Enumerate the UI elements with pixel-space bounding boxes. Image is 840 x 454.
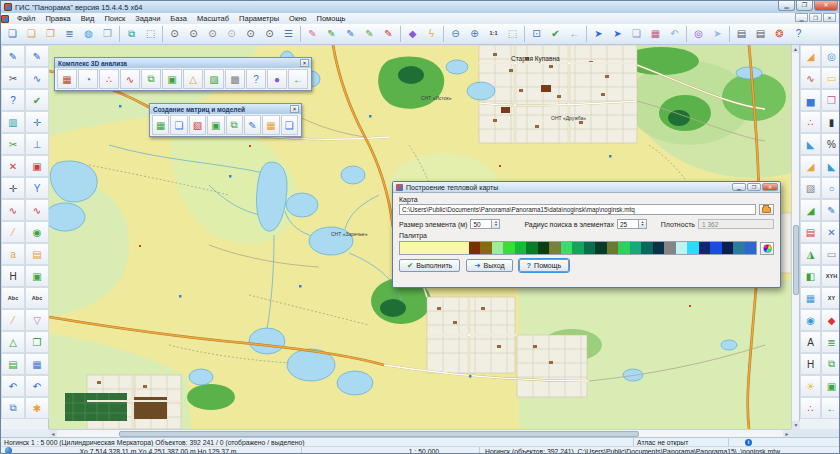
exit-task-button[interactable]: ← [821, 397, 840, 419]
route-3d-button[interactable]: ✎ [821, 199, 840, 221]
dialog-close-button[interactable]: ✕ [762, 183, 778, 191]
menu-7[interactable]: Параметры [234, 14, 284, 23]
rotate-doc-button[interactable]: ◔ [78, 69, 98, 89]
select-surface-button[interactable]: ▨ [800, 177, 821, 199]
dialog-title-bar[interactable]: Построение тепловой карты ▁ ❐ ✕ [393, 182, 780, 193]
edit-curve-button[interactable]: ∿ [25, 67, 49, 89]
highlight-a-button[interactable]: a [1, 243, 25, 265]
palette-swatch[interactable] [503, 242, 514, 254]
menu-2[interactable]: Вид [76, 14, 100, 23]
matrix-green-button[interactable]: ▣ [207, 115, 224, 135]
map-composition-button[interactable]: ⬚ [141, 25, 160, 43]
search-button[interactable]: ⊙ [165, 25, 184, 43]
menu-0[interactable]: Файл [12, 14, 40, 23]
lens-view-button[interactable]: ◎ [821, 45, 840, 67]
palette-swatch[interactable] [515, 242, 526, 254]
cursor-select-button[interactable]: ➤ [708, 25, 727, 43]
menu-9[interactable]: Помощь [312, 14, 351, 23]
radius-stepper[interactable]: 25 ▲▼ [617, 219, 647, 229]
terrain-steps-button[interactable]: ≣ [821, 331, 840, 353]
palette-swatch[interactable] [745, 242, 756, 254]
palette-swatch[interactable] [687, 242, 698, 254]
mtw-doc-button[interactable]: ❏ [281, 115, 298, 135]
map-to-3d-button[interactable]: ▣ [162, 69, 182, 89]
profile-terrain-button[interactable]: ◢ [800, 45, 821, 67]
xy-frame-button[interactable]: XY [821, 287, 840, 309]
map-layers-button[interactable]: ⧉ [122, 25, 141, 43]
frames-copy-button[interactable]: ❐ [821, 89, 840, 111]
layers-3d-button[interactable]: ⧉ [141, 69, 161, 89]
spin-down-icon[interactable]: ▼ [494, 224, 497, 228]
texture-doc-button[interactable]: ▨ [204, 69, 224, 89]
mdi-minimize-button[interactable]: ▁ [795, 13, 808, 22]
mdi-restore-button[interactable]: ❐ [809, 13, 822, 22]
view-3d-button[interactable]: ◆ [403, 25, 422, 43]
palette-swatch[interactable] [710, 242, 721, 254]
edit-delete-button[interactable]: ✎ [379, 25, 398, 43]
flashlight-search-button[interactable]: ⁄ [1, 309, 25, 331]
cut-line-button[interactable]: ✂ [1, 67, 25, 89]
copy-map-button[interactable]: ❐ [98, 25, 117, 43]
lens-map-button[interactable]: ◉ [800, 309, 821, 331]
refresh-cell[interactable] [1, 447, 15, 454]
percent-matrix-button[interactable]: % [821, 133, 840, 155]
delete-object-button[interactable]: ✕ [1, 155, 25, 177]
edit-object-button[interactable]: ✎ [303, 25, 322, 43]
close-icon[interactable]: ✕ [300, 59, 309, 67]
angle-surface-button[interactable]: ◣ [821, 155, 840, 177]
edit-check-button[interactable]: ✔ [25, 89, 49, 111]
object-list-button[interactable]: ☰ [279, 25, 298, 43]
area-chart-button[interactable]: ◣ [800, 133, 821, 155]
palette-swatch[interactable] [549, 242, 560, 254]
palette-swatch[interactable] [722, 242, 733, 254]
move-frame-button[interactable]: ⊡ [527, 25, 546, 43]
geolocation-pin-button[interactable]: ◎ [689, 25, 708, 43]
center-point-button[interactable]: ✛ [1, 177, 25, 199]
palette-swatch[interactable] [400, 242, 469, 254]
palette-swatch[interactable] [699, 242, 710, 254]
profile-chart-button[interactable]: ∿ [120, 69, 140, 89]
group-objects-button[interactable]: △ [1, 331, 25, 353]
map-fragment-button[interactable]: ▣ [821, 375, 840, 397]
dialog-maximize-button[interactable]: ❐ [747, 183, 761, 191]
move-object-button[interactable]: ✛ [25, 111, 49, 133]
highlight-select-button[interactable]: ▤ [25, 243, 49, 265]
move-fragment-button[interactable]: ▣ [25, 265, 49, 287]
network-graph-button[interactable]: ✕ [821, 221, 840, 243]
scatter-points-button[interactable]: ∴ [800, 397, 821, 419]
new-map-button[interactable]: ❏ [3, 25, 22, 43]
layers-stack-button[interactable]: ⧉ [821, 353, 840, 375]
map-question-button[interactable]: ? [246, 69, 266, 89]
accept-button[interactable]: ✔ [546, 25, 565, 43]
layers-copy-button[interactable]: ⧉ [1, 397, 25, 419]
delete-part-button[interactable]: ▣ [25, 155, 49, 177]
mdi-close-button[interactable]: ✕ [823, 13, 836, 22]
menu-6[interactable]: Масштаб [192, 14, 234, 23]
edit-query-button[interactable]: ? [1, 89, 25, 111]
layers-rainbow-button[interactable]: ▤ [800, 221, 821, 243]
close-button[interactable]: ✕ [814, 1, 838, 11]
a-map-button[interactable]: A [800, 331, 821, 353]
palette-strip[interactable] [399, 241, 757, 255]
palette-edit-button[interactable] [760, 242, 774, 255]
layers-stack-button[interactable]: ⧉ [226, 115, 243, 135]
hl-map-button[interactable]: H [800, 353, 821, 375]
text-h-button[interactable]: H [1, 265, 25, 287]
smooth-line-button[interactable]: ∿ [1, 199, 25, 221]
horizontal-scrollbar[interactable]: ◄ ► [49, 429, 791, 437]
graph-profile-button[interactable]: ∿ [800, 67, 821, 89]
palette-swatch[interactable] [572, 242, 583, 254]
map-events-button[interactable]: ▦ [646, 25, 665, 43]
scale-1-1-button[interactable]: 1:1 [484, 25, 503, 43]
print-setup-button[interactable]: ▤ [751, 25, 770, 43]
palette-swatch[interactable] [469, 242, 480, 254]
hot-actions-button[interactable]: ϟ [422, 25, 441, 43]
palette-swatch[interactable] [641, 242, 652, 254]
relief-map-button[interactable]: ◢ [800, 199, 821, 221]
slope-zone-button[interactable]: ◢ [800, 155, 821, 177]
profile-dots-button[interactable]: ∴ [99, 69, 119, 89]
scroll-down-icon[interactable]: ▼ [792, 421, 800, 429]
table-view-button[interactable]: ▦ [25, 353, 49, 375]
split-object-button[interactable]: ✂ [1, 133, 25, 155]
gradient-matrix-button[interactable]: ▧ [189, 115, 206, 135]
